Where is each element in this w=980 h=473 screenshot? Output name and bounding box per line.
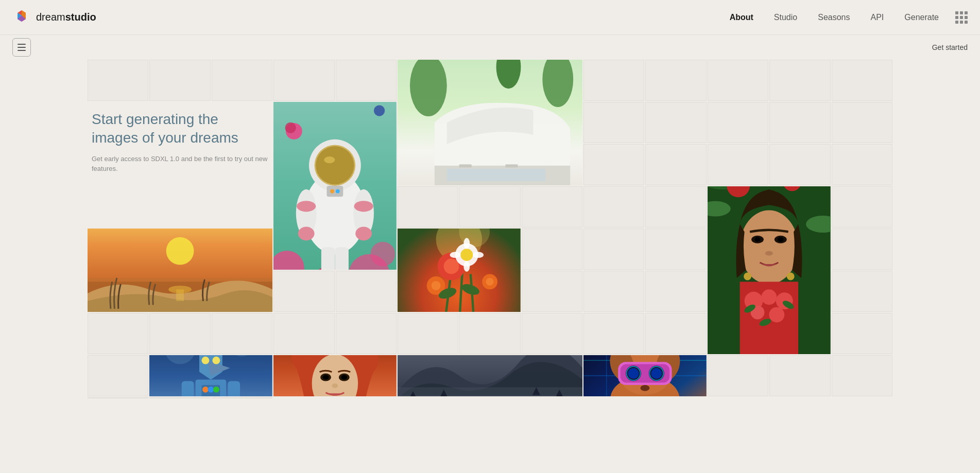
grid-cell [583,60,644,101]
grid-cell [398,313,458,354]
grid-cell [336,60,397,101]
nav-studio[interactable]: Studio [766,9,805,26]
grid-cell [212,313,272,354]
svg-point-80 [473,252,484,258]
grid-cell [645,313,706,354]
main-content: Start generating the images of your drea… [0,60,980,398]
grid-cell [645,271,706,312]
svg-point-109 [341,375,347,380]
redhead-image [273,355,397,396]
grid-cell [832,355,892,396]
svg-point-29 [336,189,340,194]
svg-rect-11 [459,164,472,167]
svg-point-54 [787,272,795,280]
svg-point-28 [330,189,334,194]
svg-rect-12 [505,164,518,167]
grid-cell [832,60,892,101]
svg-rect-27 [327,186,343,197]
grid-cell [645,186,706,227]
grid-cell [88,397,148,398]
grid-cell [522,271,582,312]
grid-cell [832,229,892,270]
dog-vr-image [583,355,707,396]
grid-cell [645,60,706,101]
grid-cell [769,60,830,101]
svg-point-26 [355,227,372,241]
svg-point-90 [202,357,210,364]
grid-cell [336,313,397,354]
svg-point-108 [323,375,329,380]
grid-cell [212,60,272,101]
grid-cell [583,144,644,185]
grid-cell [336,271,397,312]
svg-point-57 [761,289,777,305]
grid-cell [459,313,520,354]
grid-cell [88,313,148,354]
svg-point-22 [324,156,335,163]
grid-cell [583,271,644,312]
grid-cell [708,60,768,101]
svg-rect-113 [398,387,582,396]
grid-cell [708,355,768,396]
frida-image [708,186,831,354]
svg-rect-98 [228,381,240,396]
nav-generate[interactable]: Generate [896,9,947,26]
hero-text-area: Start generating the images of your drea… [88,102,272,227]
menu-button[interactable] [12,38,31,57]
nav-about[interactable]: About [721,9,762,26]
grid-cell [273,313,334,354]
svg-rect-114 [398,395,582,396]
grid-cell [149,397,210,398]
grid-cell [832,313,892,354]
astronaut-image [273,102,397,270]
svg-rect-69 [176,289,184,301]
svg-point-96 [213,387,219,393]
grid-cell [832,144,892,185]
header: dreamstudio About Studio Seasons API Gen… [0,0,980,35]
grid-cell [398,186,458,227]
svg-point-94 [202,387,209,393]
logo[interactable]: dreamstudio [12,8,96,27]
svg-point-95 [208,387,214,393]
grid-cell [708,144,768,185]
svg-point-25 [298,227,315,241]
grid-cell [708,102,768,143]
svg-point-36 [374,105,385,116]
grid-cell [769,144,830,185]
grid-cell [583,313,644,354]
svg-point-51 [778,237,784,242]
grid-cell [832,102,892,143]
svg-point-129 [628,368,639,379]
grid-cell [583,102,644,143]
grid-cell [583,186,644,227]
nav-api[interactable]: API [862,9,892,26]
svg-rect-10 [447,169,546,181]
apps-grid-icon[interactable] [955,11,968,24]
grid-cell [459,186,520,227]
svg-point-77 [463,238,470,249]
logo-text: dreamstudio [36,11,96,23]
subheader: Get started [0,35,980,60]
grid-cell [645,102,706,143]
grid-cell [832,271,892,312]
logo-icon [12,8,31,27]
main-nav: About Studio Seasons API Generate [721,9,968,26]
svg-point-33 [354,201,373,212]
image-mosaic: Start generating the images of your drea… [88,60,892,398]
grid-cell [88,60,148,101]
svg-rect-97 [182,381,194,396]
mountains-image [398,355,582,396]
grid-cell [273,271,334,312]
grid-cell [522,313,582,354]
hero-subtitle: Get early access to SDXL 1.0 and be the … [92,154,268,174]
get-started-button[interactable]: Get started [932,43,968,51]
grid-cell [522,229,582,270]
robot-image [149,355,272,396]
grid-cell [832,186,892,227]
grid-cell [522,186,582,227]
svg-point-78 [463,261,470,272]
hero-title: Start generating the images of your drea… [92,110,268,148]
svg-point-130 [651,368,662,379]
nav-seasons[interactable]: Seasons [810,9,858,26]
grid-cell [212,397,272,398]
